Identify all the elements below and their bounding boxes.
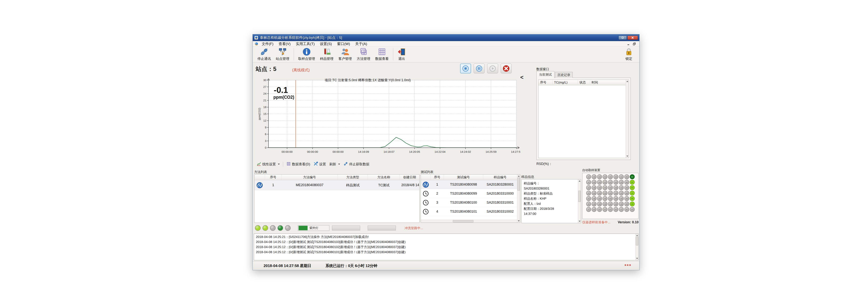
well-E5[interactable]: E5 <box>608 196 613 201</box>
test-table-vscrollbar[interactable] <box>517 174 520 223</box>
toolbar-button-5[interactable]: 方法管理 <box>354 47 373 61</box>
well-E7[interactable]: E7 <box>608 207 613 212</box>
well-D1[interactable]: D1 <box>613 174 618 179</box>
pause-chart-button[interactable] <box>474 64 485 73</box>
well-B5[interactable]: B5 <box>624 196 629 201</box>
menu-item-2[interactable]: 实用工具(T) <box>293 41 317 47</box>
well-G6[interactable]: G6 <box>597 202 602 206</box>
stop-chart-button[interactable] <box>460 64 471 73</box>
toolbar-button-7[interactable]: 退出 <box>395 47 408 61</box>
well-I4[interactable]: I4 <box>586 191 591 196</box>
well-H5[interactable]: H5 <box>592 196 596 201</box>
menu-item-0[interactable]: 文件(F) <box>259 41 276 47</box>
well-I3[interactable]: I3 <box>586 185 591 190</box>
well-D3[interactable]: D3 <box>613 185 618 190</box>
toolbar-button-4[interactable]: 客户管理 <box>336 47 354 61</box>
scroll-up-icon[interactable] <box>518 175 520 177</box>
scroll-down-icon[interactable] <box>518 220 520 222</box>
well-D6[interactable]: D6 <box>613 202 618 206</box>
tab-1[interactable]: 历史记录 <box>555 72 572 78</box>
well-H7[interactable]: H7 <box>592 207 596 212</box>
child-restore-button[interactable] <box>632 42 636 45</box>
well-A2[interactable]: A2 <box>630 180 634 184</box>
sub-toolbar-item-2[interactable]: 设置 <box>312 162 328 167</box>
well-H3[interactable]: H3 <box>592 185 596 190</box>
test-table-hscrollbar[interactable] <box>421 220 517 223</box>
result-table-scrollbar[interactable] <box>626 80 629 158</box>
well-D2[interactable]: D2 <box>613 180 618 184</box>
well-G1[interactable]: G1 <box>597 174 602 179</box>
well-G2[interactable]: G2 <box>597 180 602 184</box>
maximize-button[interactable] <box>619 36 627 40</box>
well-F2[interactable]: F2 <box>602 180 608 184</box>
method-row[interactable]: 1ME201804080037样品测试TC测试2018/4/8 14:25:12 <box>254 180 420 190</box>
toolbar-button-0[interactable]: 停止通讯 <box>255 47 273 61</box>
scroll-up-icon[interactable] <box>636 235 638 236</box>
well-G7[interactable]: G7 <box>597 207 602 212</box>
sub-toolbar-item-4[interactable]: 停止获取数据 <box>342 162 371 167</box>
well-F5[interactable]: F5 <box>602 196 608 201</box>
well-B4[interactable]: B4 <box>624 191 629 196</box>
scroll-thumb[interactable] <box>453 220 473 223</box>
well-H4[interactable]: H4 <box>592 191 596 196</box>
well-B2[interactable]: B2 <box>624 180 629 184</box>
test-row[interactable]: 3TS201804080100SA201803310001 <box>421 198 517 207</box>
log-box[interactable]: 2018-04-08 14:25:21：[5/02411706]方法操作 方法[… <box>254 234 639 260</box>
well-F7[interactable]: F7 <box>602 207 608 212</box>
lock-button[interactable]: 锁定 <box>625 47 633 61</box>
toolbar-button-6[interactable]: 数据查看 <box>373 47 391 61</box>
well-E1[interactable]: E1 <box>608 174 613 179</box>
well-C3[interactable]: C3 <box>619 185 624 190</box>
well-C2[interactable]: C2 <box>619 180 624 184</box>
well-E3[interactable]: E3 <box>608 185 613 190</box>
scroll-thumb[interactable] <box>518 177 520 191</box>
well-C5[interactable]: C5 <box>619 196 624 201</box>
child-minimize-button[interactable] <box>627 42 630 45</box>
menu-item-5[interactable]: 关于(A) <box>353 41 370 47</box>
well-D4[interactable]: D4 <box>613 191 618 196</box>
scroll-down-icon[interactable] <box>636 258 638 259</box>
well-I2[interactable]: I2 <box>586 180 591 184</box>
close-button[interactable] <box>627 36 638 40</box>
scroll-up-icon[interactable] <box>626 81 628 82</box>
collapse-panel-arrow[interactable]: < <box>520 74 524 80</box>
menu-item-3[interactable]: 设置(S) <box>317 41 334 47</box>
well-I1[interactable]: I1 <box>586 174 591 179</box>
well-C1[interactable]: C1 <box>619 174 624 179</box>
well-I5[interactable]: I5 <box>586 196 591 201</box>
sub-toolbar-item-1[interactable]: 数据查看(D) <box>285 162 312 167</box>
well-D5[interactable]: D5 <box>613 196 618 201</box>
scroll-down-icon[interactable] <box>626 156 628 157</box>
well-B7[interactable]: B7 <box>624 207 629 212</box>
well-E2[interactable]: E2 <box>608 180 613 184</box>
scroll-thumb[interactable] <box>578 191 581 202</box>
well-B3[interactable]: B3 <box>624 185 629 190</box>
cancel-chart-button[interactable] <box>501 64 512 73</box>
log-scrollbar[interactable] <box>636 234 639 260</box>
well-G3[interactable]: G3 <box>597 185 602 190</box>
menu-item-1[interactable]: 查看(V) <box>276 41 293 47</box>
scroll-up-icon[interactable] <box>579 180 581 182</box>
well-C6[interactable]: C6 <box>619 202 624 206</box>
well-A6[interactable]: A6 <box>630 202 634 206</box>
well-I6[interactable]: I6 <box>586 202 591 206</box>
well-F4[interactable]: F4 <box>602 191 608 196</box>
scroll-down-icon[interactable] <box>579 221 581 222</box>
well-A7[interactable]: A7 <box>630 207 634 212</box>
tab-0[interactable]: 当前测试 <box>536 71 554 78</box>
well-H6[interactable]: H6 <box>592 202 596 206</box>
well-A4[interactable]: A4 <box>630 191 634 196</box>
sub-toolbar-item-0[interactable]: 线性设置 <box>255 162 281 167</box>
well-B1[interactable]: B1 <box>624 174 629 179</box>
well-G4[interactable]: G4 <box>597 191 602 196</box>
sub-toolbar-item-3[interactable]: 刷新 <box>328 162 342 166</box>
well-F1[interactable]: F1 <box>602 174 608 179</box>
well-C4[interactable]: C4 <box>619 191 624 196</box>
toolbar-button-3[interactable]: 样品管理 <box>317 47 336 61</box>
sample-info-scrollbar[interactable] <box>578 179 581 223</box>
toolbar-button-1[interactable]: 站点管理 <box>273 47 292 61</box>
well-C7[interactable]: C7 <box>619 207 624 212</box>
well-A1[interactable]: A1 <box>630 174 634 179</box>
well-H2[interactable]: H2 <box>592 180 596 184</box>
well-G5[interactable]: G5 <box>597 196 602 201</box>
